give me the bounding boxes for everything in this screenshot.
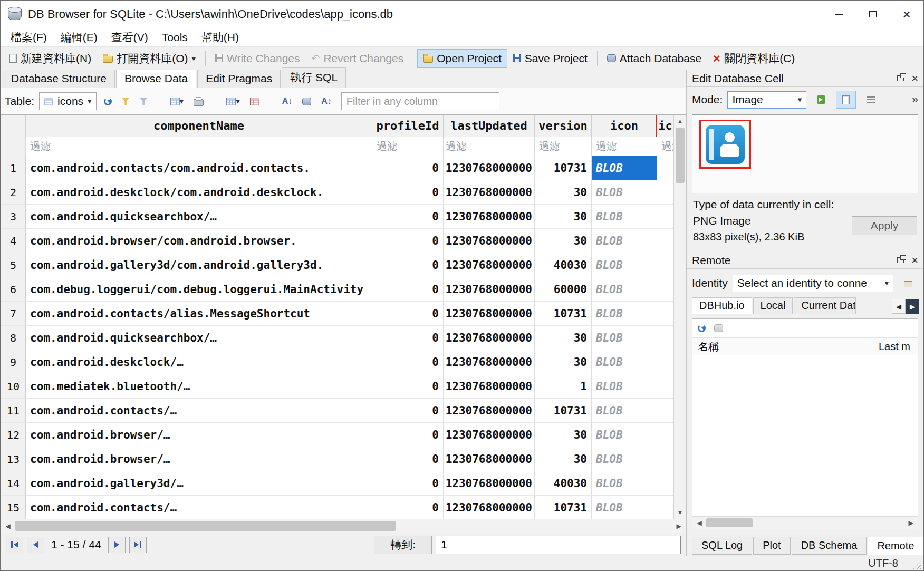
table-select[interactable]: icons ▾ xyxy=(39,92,97,110)
cell-lastUpdated[interactable]: 1230768000000 xyxy=(444,374,535,399)
row-number-cell[interactable]: 6 xyxy=(1,277,26,302)
horizontal-scrollbar[interactable]: ◀ ▶ xyxy=(692,516,918,529)
mode-select[interactable]: Image ▾ xyxy=(727,91,806,109)
open-in-editor-button[interactable] xyxy=(836,91,856,109)
row-number-cell[interactable]: 12 xyxy=(1,423,26,447)
tab-local[interactable]: Local xyxy=(753,297,793,314)
goto-button[interactable]: 轉到: xyxy=(374,536,432,554)
cell-componentName[interactable]: com.android.browser/com.android.browser. xyxy=(26,229,372,253)
scroll-up-arrow[interactable]: ▲ xyxy=(674,115,686,128)
cell-lastUpdated[interactable]: 1230768000000 xyxy=(444,205,535,229)
save-project-button[interactable]: Save Project xyxy=(507,49,593,68)
cell-clipped[interactable] xyxy=(657,350,673,374)
cell-version[interactable]: 30 xyxy=(535,326,592,350)
tab-dbhub[interactable]: DBHub.io xyxy=(692,297,752,314)
insert-record-button[interactable]: ▾ xyxy=(224,94,243,108)
cell-lastUpdated[interactable]: 1230768000000 xyxy=(444,302,535,326)
row-number-cell[interactable]: 10 xyxy=(1,374,26,399)
cell-componentName[interactable]: com.mediatek.bluetooth/… xyxy=(26,374,372,399)
scroll-left-arrow[interactable]: ◀ xyxy=(1,519,15,533)
cell-lastUpdated[interactable]: 1230768000000 xyxy=(444,253,535,277)
scrollbar-track[interactable] xyxy=(706,517,904,529)
cell-icon-blob[interactable]: BLOB xyxy=(592,156,657,180)
row-number-cell[interactable]: 4 xyxy=(1,229,26,253)
scrollbar-thumb[interactable] xyxy=(706,518,753,527)
print-button[interactable] xyxy=(191,95,206,108)
cell-icon-blob[interactable]: BLOB xyxy=(592,205,657,229)
close-panel-icon[interactable]: × xyxy=(911,73,918,84)
cell-profileId[interactable]: 0 xyxy=(372,156,444,180)
menu-help[interactable]: 幫助(H) xyxy=(195,28,246,46)
cell-lastUpdated[interactable]: 1230768000000 xyxy=(444,156,535,180)
tab-execute-sql[interactable]: 執行 SQL xyxy=(282,67,346,88)
sort-az-button[interactable]: A↕ xyxy=(319,94,334,108)
cell-profileId[interactable]: 0 xyxy=(372,302,444,326)
cell-icon-blob[interactable]: BLOB xyxy=(592,326,657,350)
tab-plot[interactable]: Plot xyxy=(753,537,790,555)
previous-record-button[interactable] xyxy=(27,537,44,553)
cell-componentName[interactable]: com.android.quicksearchbox/… xyxy=(26,326,372,350)
horizontal-scrollbar[interactable]: ◀ ▶ xyxy=(1,519,686,533)
goto-record-input[interactable] xyxy=(436,536,681,554)
revert-changes-button[interactable]: ↶ Revert Changes xyxy=(306,49,410,68)
tab-database-structure[interactable]: Database Structure xyxy=(3,70,115,88)
cell-componentName[interactable]: com.android.gallery3d/com.android.galler… xyxy=(26,253,372,277)
cell-icon-blob[interactable]: BLOB xyxy=(592,447,657,471)
save-table-button[interactable]: ▾ xyxy=(168,94,187,108)
row-number-cell[interactable]: 5 xyxy=(1,253,26,277)
vertical-scrollbar[interactable]: ▲ ▼ xyxy=(673,115,686,519)
tab-current-database[interactable]: Current Dat xyxy=(794,297,856,314)
menu-edit[interactable]: 編輯(E) xyxy=(54,28,104,46)
cell-componentName[interactable]: com.android.contacts/… xyxy=(26,496,372,519)
scrollbar-thumb[interactable] xyxy=(676,128,685,183)
cell-version[interactable]: 30 xyxy=(535,229,592,253)
cell-lastUpdated[interactable]: 1230768000000 xyxy=(444,326,535,350)
filter-input-lastUpdated[interactable]: 過濾 xyxy=(444,137,535,156)
cell-profileId[interactable]: 0 xyxy=(372,253,444,277)
new-database-button[interactable]: 新建資料庫(N) xyxy=(4,48,97,69)
cell-componentName[interactable]: com.android.browser/… xyxy=(26,447,372,471)
apply-button[interactable]: Apply xyxy=(852,216,917,235)
cell-icon-blob[interactable]: BLOB xyxy=(592,302,657,326)
cell-version[interactable]: 30 xyxy=(535,350,592,374)
cell-profileId[interactable]: 0 xyxy=(372,447,444,471)
close-panel-icon[interactable]: × xyxy=(911,255,918,266)
cell-clipped[interactable] xyxy=(657,205,673,229)
row-number-cell[interactable]: 14 xyxy=(1,471,26,496)
row-number-cell[interactable]: 3 xyxy=(1,205,26,229)
cell-version[interactable]: 40030 xyxy=(535,253,592,277)
sort-ascending-button[interactable]: A↓ xyxy=(280,94,295,108)
delete-record-button[interactable] xyxy=(247,95,262,108)
row-number-cell[interactable]: 1 xyxy=(1,156,26,180)
remote-file-list[interactable] xyxy=(692,355,918,516)
cell-profileId[interactable]: 0 xyxy=(372,277,444,302)
column-header-last-modified[interactable]: Last m xyxy=(875,338,918,355)
menu-tools[interactable]: Tools xyxy=(155,30,195,45)
minimize-button[interactable] xyxy=(822,1,856,28)
clear-filters-button[interactable] xyxy=(119,95,132,108)
float-panel-icon[interactable] xyxy=(897,75,904,81)
cell-icon-blob[interactable]: BLOB xyxy=(592,180,657,205)
open-project-button[interactable]: Open Project xyxy=(417,49,507,68)
scrollbar-thumb[interactable] xyxy=(15,521,396,531)
cell-profileId[interactable]: 0 xyxy=(372,423,444,447)
cell-lastUpdated[interactable]: 1230768000000 xyxy=(444,180,535,205)
resize-grip[interactable] xyxy=(913,561,921,569)
cell-clipped[interactable] xyxy=(657,399,673,423)
cell-version[interactable]: 40030 xyxy=(535,471,592,496)
cell-profileId[interactable]: 0 xyxy=(372,471,444,496)
word-wrap-button[interactable] xyxy=(861,91,881,109)
filter-input-icon[interactable]: 過濾 xyxy=(592,137,657,156)
attach-database-button[interactable]: Attach Database xyxy=(601,49,707,68)
import-certificate-button[interactable] xyxy=(898,274,918,292)
cell-clipped[interactable] xyxy=(657,180,673,205)
cell-lastUpdated[interactable]: 1230768000000 xyxy=(444,447,535,471)
column-header-clipped[interactable]: ic xyxy=(657,115,673,137)
cell-version[interactable]: 30 xyxy=(535,423,592,447)
cell-lastUpdated[interactable]: 1230768000000 xyxy=(444,423,535,447)
last-record-button[interactable] xyxy=(129,537,147,553)
cell-profileId[interactable]: 0 xyxy=(372,326,444,350)
cell-clipped[interactable] xyxy=(657,496,673,519)
cell-componentName[interactable]: com.debug.loggerui/com.debug.loggerui.Ma… xyxy=(26,277,372,302)
cell-version[interactable]: 10731 xyxy=(535,399,592,423)
